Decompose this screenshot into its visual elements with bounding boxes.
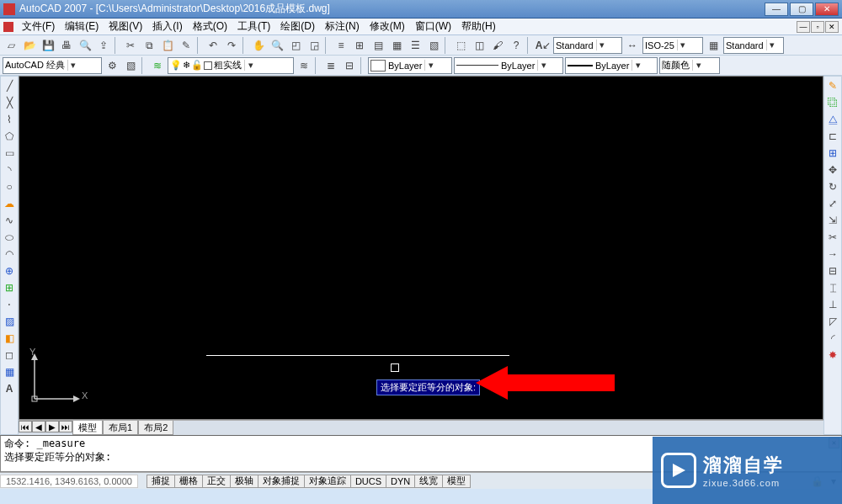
- undo-icon[interactable]: ↶: [205, 37, 221, 54]
- calc-icon[interactable]: ▧: [425, 37, 442, 54]
- rotate-icon[interactable]: ↻: [825, 179, 840, 194]
- plotstyle-combo[interactable]: 随颜色▾: [659, 57, 720, 74]
- snap-toggle[interactable]: 捕捉: [147, 475, 175, 488]
- mirror-icon[interactable]: ⧋: [825, 112, 840, 127]
- maximize-button[interactable]: ▢: [790, 3, 813, 16]
- offset-icon[interactable]: ⊏: [825, 129, 840, 144]
- osnap-toggle[interactable]: 对象捕捉: [258, 475, 305, 488]
- chamfer-icon[interactable]: ◸: [825, 314, 840, 329]
- xline-icon[interactable]: ╳: [2, 95, 17, 110]
- tablestyle-combo[interactable]: Standard▾: [723, 37, 784, 54]
- fillet-icon[interactable]: ◜: [825, 331, 840, 346]
- insert-icon[interactable]: ⊕: [2, 263, 17, 279]
- scale-icon[interactable]: ⤢: [825, 196, 840, 211]
- line-icon[interactable]: ╱: [2, 78, 17, 93]
- menu-modify[interactable]: 修改(M): [365, 18, 410, 35]
- dcenter-icon[interactable]: ⊞: [351, 37, 368, 54]
- markup-icon[interactable]: ☰: [407, 37, 424, 54]
- tab-next-icon[interactable]: ▶: [45, 421, 59, 432]
- publish-icon[interactable]: ⇪: [95, 37, 112, 54]
- arc-icon[interactable]: ◝: [2, 162, 17, 178]
- drawing-canvas[interactable]: 选择要定距等分的对象: Y X: [19, 76, 823, 420]
- textstyle-combo[interactable]: Standard▾: [553, 37, 622, 54]
- linetype-combo[interactable]: ByLayer▾: [454, 57, 563, 74]
- table-icon[interactable]: ▦: [2, 364, 17, 379]
- region-icon[interactable]: ◻: [2, 347, 17, 363]
- extend-icon[interactable]: →: [825, 247, 840, 262]
- stretch-icon[interactable]: ⇲: [825, 213, 840, 228]
- dyn-toggle[interactable]: DYN: [386, 475, 415, 488]
- menu-help[interactable]: 帮助(H): [456, 18, 501, 35]
- open-icon[interactable]: 📂: [21, 37, 38, 54]
- print-icon[interactable]: 🖶: [58, 37, 75, 54]
- zoom-prev-icon[interactable]: ◲: [306, 37, 322, 54]
- help-icon[interactable]: ?: [508, 37, 525, 54]
- tab-last-icon[interactable]: ⏭: [59, 421, 72, 432]
- textstyle-icon[interactable]: A↙: [535, 37, 552, 54]
- move-icon[interactable]: ✥: [825, 162, 840, 178]
- workspace-combo[interactable]: AutoCAD 经典▾: [3, 57, 102, 74]
- break-pt-icon[interactable]: ⊟: [825, 263, 840, 279]
- save-icon[interactable]: 💾: [40, 37, 56, 54]
- ducs-toggle[interactable]: DUCS: [350, 475, 386, 488]
- polar-toggle[interactable]: 极轴: [230, 475, 258, 488]
- copy-obj-icon[interactable]: ⿻: [825, 95, 840, 110]
- erase-icon[interactable]: ✎: [825, 78, 840, 93]
- rect-icon[interactable]: ▭: [2, 146, 17, 161]
- zoom-rt-icon[interactable]: 🔍: [269, 37, 285, 54]
- menu-format[interactable]: 格式(O): [188, 18, 232, 35]
- ortho-toggle[interactable]: 正交: [202, 475, 231, 488]
- point-icon[interactable]: ⋅: [2, 297, 17, 312]
- menu-insert[interactable]: 插入(I): [147, 18, 187, 35]
- ellipsearc-icon[interactable]: ◠: [2, 247, 17, 262]
- paste-icon[interactable]: 📋: [159, 37, 176, 54]
- blockedit-icon[interactable]: ◫: [471, 37, 488, 54]
- toolpal-icon[interactable]: ▤: [370, 37, 386, 54]
- explode-icon[interactable]: ✸: [825, 347, 840, 363]
- sheetset-icon[interactable]: ▦: [388, 37, 405, 54]
- mdi-restore[interactable]: ▫: [811, 21, 824, 33]
- trim-icon[interactable]: ✂: [825, 230, 840, 245]
- polygon-icon[interactable]: ⬠: [2, 129, 17, 144]
- tablestyle-icon[interactable]: ▦: [705, 37, 722, 54]
- grid-toggle[interactable]: 栅格: [174, 475, 203, 488]
- block-icon[interactable]: ⬚: [452, 37, 469, 54]
- menu-view[interactable]: 视图(V): [104, 18, 147, 35]
- revcloud-icon[interactable]: ☁: [2, 196, 17, 211]
- tab-model[interactable]: 模型: [72, 421, 103, 435]
- ws-save-icon[interactable]: ▧: [122, 57, 139, 74]
- props-icon[interactable]: ≡: [333, 37, 349, 54]
- tab-first-icon[interactable]: ⏮: [19, 421, 32, 432]
- menu-window[interactable]: 窗口(W): [410, 18, 456, 35]
- layer-iso-icon[interactable]: ⊟: [341, 57, 358, 74]
- pline-icon[interactable]: ⌇: [2, 112, 17, 127]
- cut-icon[interactable]: ✂: [122, 37, 139, 54]
- pan-icon[interactable]: ✋: [250, 37, 267, 54]
- mdi-minimize[interactable]: —: [797, 21, 810, 33]
- new-icon[interactable]: ▱: [3, 37, 19, 54]
- match-icon[interactable]: ✎: [178, 37, 195, 54]
- layer-prev-icon[interactable]: ≋: [296, 57, 312, 74]
- dimstyle-combo[interactable]: ISO-25▾: [642, 37, 703, 54]
- layers-icon[interactable]: ≋: [149, 57, 166, 74]
- makeblock-icon[interactable]: ⊞: [2, 280, 17, 295]
- redo-icon[interactable]: ↷: [223, 37, 240, 54]
- layer-combo[interactable]: 💡❄🔓 粗实线▾: [168, 57, 294, 74]
- menu-edit[interactable]: 编辑(E): [60, 18, 104, 35]
- lwt-toggle[interactable]: 线宽: [414, 475, 443, 488]
- gradient-icon[interactable]: ◧: [2, 331, 17, 346]
- tab-layout1[interactable]: 布局1: [103, 421, 138, 435]
- array-icon[interactable]: ⊞: [825, 146, 840, 161]
- color-combo[interactable]: ByLayer▾: [368, 57, 452, 74]
- menu-draw[interactable]: 绘图(D): [275, 18, 320, 35]
- menu-dim[interactable]: 标注(N): [320, 18, 365, 35]
- ellipse-icon[interactable]: ⬭: [2, 230, 17, 245]
- spline-icon[interactable]: ∿: [2, 213, 17, 228]
- mtext-icon[interactable]: A: [2, 381, 17, 396]
- lineweight-combo[interactable]: ByLayer▾: [565, 57, 658, 74]
- break-icon[interactable]: ⌶: [825, 280, 840, 295]
- circle-icon[interactable]: ○: [2, 179, 17, 194]
- tab-prev-icon[interactable]: ◀: [32, 421, 45, 432]
- otrack-toggle[interactable]: 对象追踪: [304, 475, 351, 488]
- dimstyle-icon[interactable]: ↔: [624, 37, 641, 54]
